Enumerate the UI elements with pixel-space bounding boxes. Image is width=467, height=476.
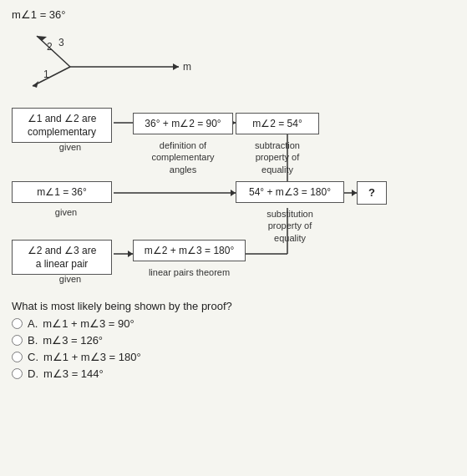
box-sum90-label: definition of complementary angles [133,139,233,175]
box-linear-pair-label: given [37,273,104,285]
option-a-label: A. [28,317,38,330]
option-c-label: C. [28,351,38,363]
option-d-label: D. [28,367,38,380]
angle-diagram: 2 3 1 m [12,21,221,94]
svg-text:2: 2 [47,41,53,53]
option-c-text: m∠1 + m∠3 = 180° [43,351,141,363]
svg-text:1: 1 [43,68,49,80]
svg-text:m: m [183,61,191,73]
svg-marker-3 [37,36,47,41]
question-section: What is most likely being shown by the p… [12,300,455,380]
proof-container: ∠1 and ∠2 are complementary given 36° + … [12,99,454,291]
option-b: B. m∠3 = 126° [12,334,455,347]
box-linear-sum: m∠2 + m∠3 = 180° [133,240,246,261]
radio-b[interactable] [12,335,23,346]
svg-marker-5 [33,81,38,88]
svg-line-4 [33,67,70,86]
box-m1-36: m∠1 = 36° [12,181,112,203]
radio-c[interactable] [12,352,23,362]
box-linear-sum-label: linear pairs theorem [133,266,246,278]
radio-d[interactable] [12,368,23,379]
box-sum180-label: substitution property of equality [236,208,344,244]
option-b-text: m∠3 = 126° [43,334,103,347]
top-equation: m∠1 = 36° [12,8,455,21]
box-m1-36-label: given [41,206,91,218]
box-m2-54-label: subtraction property of equality [236,139,319,175]
box-sum90: 36° + m∠2 = 90° [133,113,233,134]
option-a: A. m∠1 + m∠3 = 90° [12,317,455,330]
diagram-area: 2 3 1 m [12,21,455,94]
box-sum180: 54° + m∠3 = 180° [236,181,344,203]
box-question: ? [357,181,387,205]
svg-text:3: 3 [58,37,64,48]
option-a-text: m∠1 + m∠3 = 90° [43,317,134,330]
box-complementary: ∠1 and ∠2 are complementary [12,108,112,143]
option-d-text: m∠3 = 144° [43,367,104,380]
box-complementary-label: given [37,141,104,153]
question-prompt: What is most likely being shown by the p… [12,300,455,312]
box-m2-54: m∠2 = 54° [236,113,319,134]
option-d: D. m∠3 = 144° [12,367,455,380]
svg-marker-1 [173,63,179,70]
box-linear-pair: ∠2 and ∠3 are a linear pair [12,240,112,275]
option-c: C. m∠1 + m∠3 = 180° [12,351,455,363]
option-b-label: B. [28,334,38,347]
radio-a[interactable] [12,318,23,329]
